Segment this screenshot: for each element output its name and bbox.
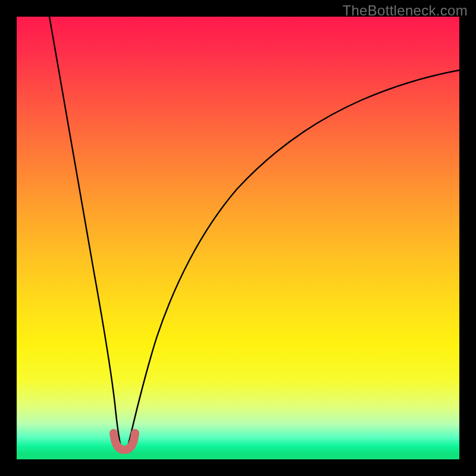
curve-left-branch — [49, 17, 121, 449]
chart-frame: TheBottleneck.com — [0, 0, 476, 476]
trough-marker — [114, 433, 135, 450]
green-baseline-strip — [17, 452, 459, 459]
chart-overlay — [17, 17, 459, 459]
watermark-text: TheBottleneck.com — [342, 2, 468, 19]
curve-right-branch — [127, 70, 459, 449]
